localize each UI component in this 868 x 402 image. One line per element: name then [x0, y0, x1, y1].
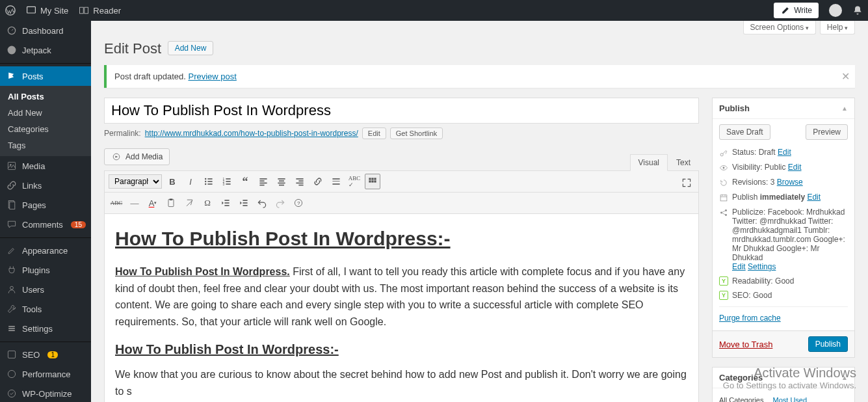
reader-label: Reader	[93, 6, 121, 16]
svg-rect-3	[85, 7, 88, 14]
svg-rect-1	[27, 7, 36, 13]
wp-logo[interactable]	[5, 5, 16, 16]
my-site-label: My Site	[40, 6, 68, 16]
write-button[interactable]: Write	[774, 3, 819, 18]
my-site-link[interactable]: My Site	[26, 5, 68, 16]
reader-link[interactable]: Reader	[79, 5, 121, 16]
svg-rect-2	[80, 7, 84, 14]
notifications-icon[interactable]	[852, 5, 863, 16]
avatar[interactable]	[829, 4, 842, 17]
